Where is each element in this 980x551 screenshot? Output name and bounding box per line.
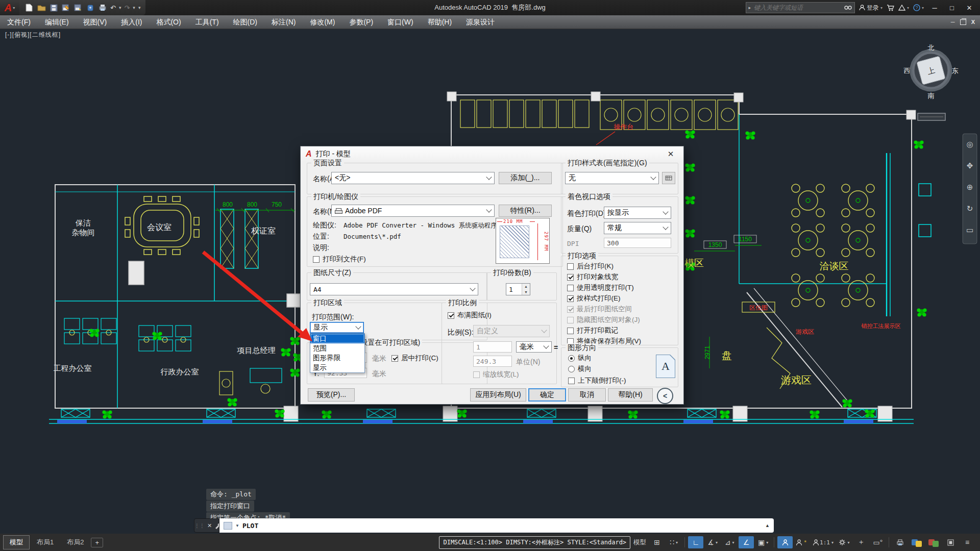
quality-combo[interactable]: 常规	[604, 222, 671, 234]
plot-printer-icon[interactable]	[892, 536, 908, 548]
option-plot-lineweights[interactable]: 打印对象线宽	[567, 272, 618, 282]
navigation-bar[interactable]: ◎ ✥ ⊕ ↻ ▭	[963, 134, 977, 244]
option-plot-stamp[interactable]: 打开打印戳记	[567, 326, 618, 335]
save-as-icon[interactable]	[61, 3, 70, 12]
portrait-radio[interactable]: 纵向	[568, 354, 592, 363]
menu-help[interactable]: 帮助(H)	[421, 15, 459, 29]
cancel-button[interactable]: 取消	[568, 388, 606, 402]
scale-combo[interactable]: 自定义	[473, 325, 550, 337]
scale-numerator-input[interactable]: 1	[473, 341, 512, 353]
new-file-icon[interactable]	[24, 3, 34, 12]
option-paperspace-last[interactable]: 最后打印图纸空间	[567, 305, 632, 314]
plot-style-combo[interactable]: 无	[565, 172, 659, 184]
new-layout-button[interactable]: +	[91, 538, 103, 547]
apply-to-layout-button[interactable]: 应用到布局(U)	[470, 388, 526, 402]
command-input[interactable]: ▼ PLOT ▲	[219, 518, 774, 533]
option-hide-paperspace[interactable]: 隐藏图纸空间对象(J)	[567, 315, 640, 324]
snap-mode-icon[interactable]: ∷▾	[666, 536, 681, 548]
menu-view[interactable]: 视图(V)	[76, 15, 114, 29]
tab-model[interactable]: 模型	[3, 535, 30, 549]
doc-restore-button[interactable]	[960, 19, 966, 25]
viewport-controls[interactable]: [-][俯视][二维线框]	[5, 31, 61, 39]
scale-lineweights-checkbox[interactable]: 缩放线宽(L)	[473, 370, 519, 379]
checkbox-icon[interactable]	[313, 256, 320, 263]
dropdown-option-display[interactable]: 显示	[310, 363, 364, 372]
search-toggle-icon[interactable]: ▸	[746, 5, 753, 10]
plot-icon[interactable]	[98, 3, 107, 12]
checkbox-icon[interactable]	[568, 378, 575, 384]
menu-parametric[interactable]: 参数(P)	[342, 15, 380, 29]
checkbox-icon[interactable]	[567, 306, 574, 313]
ortho-mode-icon[interactable]: ∟	[688, 536, 703, 548]
doc-minimize-button[interactable]: ─	[951, 19, 955, 25]
menu-yuanquan[interactable]: 源泉设计	[459, 15, 502, 29]
crosshair-icon[interactable]: ＋	[853, 536, 869, 548]
less-options-button[interactable]: <	[657, 388, 673, 404]
scale-denominator-input[interactable]: 249.3	[473, 356, 512, 367]
plot-range-combo[interactable]: 显示	[310, 322, 364, 333]
workspace-gear-icon[interactable]: ▾	[837, 536, 852, 548]
save-all-icon[interactable]	[74, 3, 83, 12]
checkbox-icon[interactable]	[391, 355, 398, 362]
page-setup-name-combo[interactable]: <无>	[331, 172, 495, 184]
menu-draw[interactable]: 绘图(D)	[226, 15, 264, 29]
fit-to-paper-checkbox[interactable]: 布满图纸(I)	[448, 311, 492, 320]
add-pagesetup-button[interactable]: 添加(_)...	[499, 172, 552, 184]
annotation-scale-icon[interactable]: 1:1▾	[811, 536, 835, 548]
menu-insert[interactable]: 插入(I)	[114, 15, 149, 29]
shade-plot-combo[interactable]: 按显示	[604, 207, 671, 219]
checkbox-icon[interactable]	[567, 285, 574, 291]
menu-file[interactable]: 文件(F)	[0, 15, 38, 29]
isodraft-icon[interactable]: ⊿▾	[722, 536, 737, 548]
clean-screen-icon[interactable]	[943, 536, 958, 548]
app-store-cart-icon[interactable]	[887, 5, 894, 11]
transfer-icon[interactable]	[86, 3, 95, 12]
option-plot-styles[interactable]: 按样式打印(E)	[567, 294, 621, 303]
annotation-visibility-icon[interactable]	[777, 536, 793, 548]
dropdown-option-extents[interactable]: 范围	[310, 343, 364, 353]
doc-close-button[interactable]: X	[971, 19, 975, 25]
upside-down-checkbox[interactable]: 上下颠倒打印(-)	[568, 376, 626, 385]
menu-modify[interactable]: 修改(M)	[303, 15, 342, 29]
undo-dropdown-icon[interactable]: ▾	[119, 5, 121, 10]
copies-spinner[interactable]: 1 ▲▼	[506, 283, 530, 295]
spin-up-icon[interactable]: ▲	[522, 284, 530, 289]
app-menu-button[interactable]: A▾	[0, 0, 19, 15]
radio-icon[interactable]	[568, 355, 575, 362]
checkbox-icon[interactable]	[567, 274, 574, 281]
spin-down-icon[interactable]: ▼	[522, 289, 530, 295]
model-space-toggle[interactable]: 模型	[632, 536, 648, 548]
search-icon[interactable]	[842, 5, 854, 11]
option-plot-transparency[interactable]: 使用透明度打印(T)	[567, 283, 634, 292]
option-background-plot[interactable]: 后台打印(K)	[567, 262, 614, 271]
sign-in-button[interactable]: 登录▾	[859, 4, 883, 12]
checkbox-icon[interactable]	[567, 295, 574, 302]
close-button[interactable]: ✕	[963, 4, 976, 12]
printer-properties-button[interactable]: 特性(R)...	[499, 205, 552, 217]
dropdown-option-window[interactable]: 窗口	[310, 334, 364, 343]
command-close-icon[interactable]: ✕	[207, 522, 212, 529]
dialog-close-icon[interactable]: ✕	[663, 149, 678, 159]
view-cube[interactable]: 上 北 南 西 东	[904, 44, 959, 99]
graphics-performance-icon[interactable]	[926, 536, 941, 548]
radio-icon[interactable]	[568, 366, 575, 372]
polar-tracking-icon[interactable]: ∡▾	[705, 536, 720, 548]
dpi-input[interactable]: 300	[604, 238, 671, 248]
osnap-tracking-icon[interactable]: ∠	[739, 536, 754, 548]
qat-customize-icon[interactable]: ▾	[138, 5, 141, 10]
plot-to-file-checkbox[interactable]: 打印到文件(F)	[313, 255, 366, 264]
paper-size-combo[interactable]: A4	[310, 283, 478, 295]
tab-layout2[interactable]: 布局2	[61, 536, 90, 549]
menu-window[interactable]: 窗口(W)	[380, 15, 421, 29]
printer-name-combo[interactable]: Adobe PDF	[331, 205, 495, 217]
customization-menu-icon[interactable]: ≡	[960, 536, 975, 548]
command-bar-grip[interactable]: ⋮⋮ ✕	[194, 518, 219, 533]
object-snap-icon[interactable]: ▣▾	[755, 536, 771, 548]
customize-wrench-icon[interactable]	[214, 522, 219, 529]
save-icon[interactable]	[49, 3, 58, 12]
dropdown-option-limits[interactable]: 图形界限	[310, 353, 364, 363]
autodesk-app-icon[interactable]: ▾	[898, 5, 909, 11]
redo-dropdown-icon[interactable]: ▾	[133, 5, 135, 10]
checkbox-icon[interactable]	[473, 371, 480, 378]
scale-unit-combo[interactable]: 毫米	[516, 341, 552, 353]
